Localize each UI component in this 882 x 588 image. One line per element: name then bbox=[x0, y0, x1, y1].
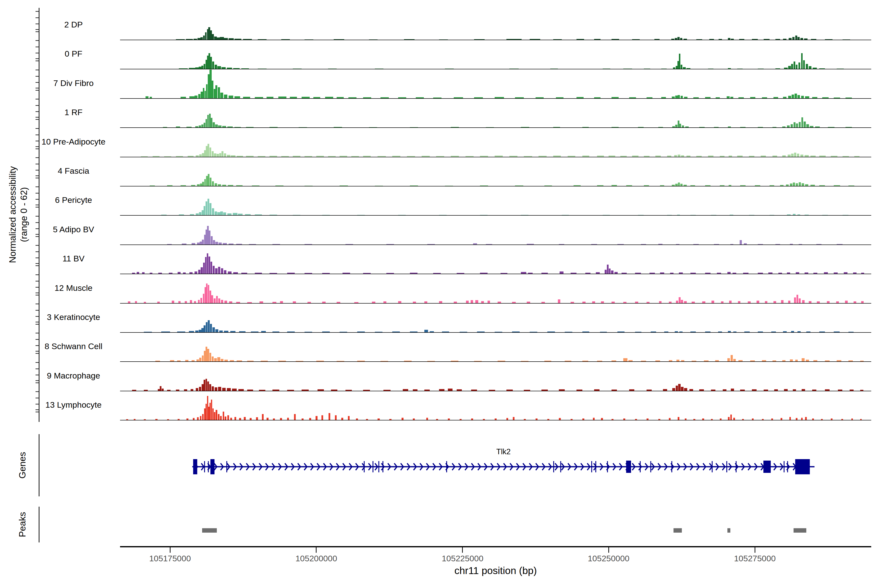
signal-bar bbox=[480, 273, 488, 274]
signal-bar bbox=[585, 273, 591, 274]
signal-bar bbox=[209, 114, 211, 128]
signal-bar bbox=[788, 154, 790, 157]
signal-bar bbox=[212, 386, 214, 390]
exon-tick bbox=[650, 461, 651, 472]
signal-bar bbox=[202, 384, 204, 390]
gene-body-line bbox=[192, 466, 814, 468]
signal-bar bbox=[219, 243, 222, 244]
signal-bar bbox=[678, 120, 680, 128]
y-axis-tick bbox=[36, 193, 39, 194]
signal-bar bbox=[854, 156, 860, 157]
signal-bar bbox=[322, 215, 330, 215]
signal-bar bbox=[536, 97, 544, 98]
track-label: 9 Macrophage bbox=[32, 370, 115, 381]
y-axis-tick bbox=[36, 99, 39, 99]
signal-bar bbox=[805, 96, 809, 98]
signal-bar bbox=[194, 301, 196, 303]
signal-bar bbox=[798, 214, 800, 215]
signal-bar bbox=[752, 389, 756, 391]
signal-bar bbox=[206, 379, 207, 391]
signal-bar bbox=[658, 419, 660, 420]
signal-bar bbox=[176, 390, 179, 391]
signal-bar bbox=[199, 387, 201, 391]
signal-bar bbox=[212, 208, 214, 215]
signal-bar bbox=[206, 284, 207, 303]
signal-bar bbox=[177, 332, 185, 332]
y-axis-tick bbox=[36, 76, 39, 76]
signal-bar bbox=[565, 332, 572, 332]
signal-bar bbox=[208, 256, 210, 274]
track-label: 2 DP bbox=[32, 19, 115, 30]
signal-bar bbox=[582, 156, 590, 156]
signal-bar bbox=[660, 273, 664, 274]
signal-track-lane bbox=[120, 99, 871, 128]
signal-bar bbox=[677, 214, 680, 215]
signal-bar bbox=[787, 273, 790, 274]
signal-bar bbox=[804, 122, 806, 128]
signal-bar bbox=[799, 122, 801, 128]
signal-bar bbox=[337, 97, 344, 98]
signal-bar bbox=[189, 331, 194, 332]
signal-bar bbox=[243, 39, 252, 40]
signal-bar bbox=[204, 351, 206, 362]
track-label: 0 PF bbox=[32, 48, 115, 59]
signal-bar bbox=[720, 185, 724, 186]
x-axis-title: chr11 position (bp) bbox=[373, 565, 618, 576]
signal-bar bbox=[787, 214, 790, 215]
signal-bar bbox=[714, 127, 718, 128]
signal-bar bbox=[209, 231, 210, 244]
signal-bar bbox=[270, 273, 277, 274]
signal-bar bbox=[281, 39, 290, 40]
signal-bar bbox=[216, 296, 218, 303]
signal-bar bbox=[293, 156, 300, 156]
signal-bar bbox=[559, 389, 565, 391]
signal-bar bbox=[383, 302, 386, 303]
signal-bar bbox=[366, 419, 368, 420]
signal-bar bbox=[242, 68, 249, 69]
signal-bar bbox=[178, 419, 180, 420]
signal-bar bbox=[527, 302, 530, 303]
signal-bar bbox=[548, 419, 549, 420]
signal-bar bbox=[506, 390, 513, 391]
signal-bar bbox=[436, 156, 444, 157]
signal-bar bbox=[214, 64, 218, 69]
signal-bar bbox=[774, 389, 778, 391]
signal-bar bbox=[654, 39, 660, 40]
signal-bar bbox=[167, 244, 172, 244]
signal-bar bbox=[205, 91, 206, 98]
signal-bar bbox=[182, 243, 186, 244]
signal-bar bbox=[448, 388, 453, 391]
signal-bar bbox=[675, 38, 677, 40]
y-axis-tick bbox=[36, 105, 39, 106]
signal-bar bbox=[199, 212, 201, 215]
signal-bar bbox=[439, 215, 447, 215]
signal-bar bbox=[293, 69, 302, 69]
signal-bar bbox=[227, 415, 229, 420]
signal-bar bbox=[460, 419, 462, 420]
signal-bar bbox=[711, 419, 713, 420]
signal-bar bbox=[210, 57, 212, 69]
signal-bar bbox=[681, 300, 683, 303]
signal-bar bbox=[221, 359, 224, 362]
signal-bar bbox=[228, 185, 233, 186]
signal-bar bbox=[755, 185, 760, 186]
signal-bar bbox=[717, 273, 721, 274]
signal-bar bbox=[262, 414, 264, 420]
y-axis-tick bbox=[36, 11, 39, 12]
signal-bar bbox=[134, 419, 135, 420]
signal-bar bbox=[824, 272, 828, 274]
signal-bar bbox=[810, 185, 815, 186]
exon-tick bbox=[560, 461, 561, 472]
signal-bar bbox=[799, 298, 801, 303]
signal-bar bbox=[612, 390, 617, 391]
signal-bar bbox=[793, 183, 795, 186]
signal-bar bbox=[681, 155, 684, 157]
signal-bar bbox=[689, 389, 693, 391]
signal-bar bbox=[206, 176, 208, 186]
signal-bar bbox=[293, 302, 296, 303]
signal-bar bbox=[716, 97, 720, 98]
signal-bar bbox=[214, 183, 218, 186]
signal-bar bbox=[204, 64, 205, 69]
signal-bar bbox=[422, 156, 430, 156]
signal-bar bbox=[699, 127, 705, 128]
